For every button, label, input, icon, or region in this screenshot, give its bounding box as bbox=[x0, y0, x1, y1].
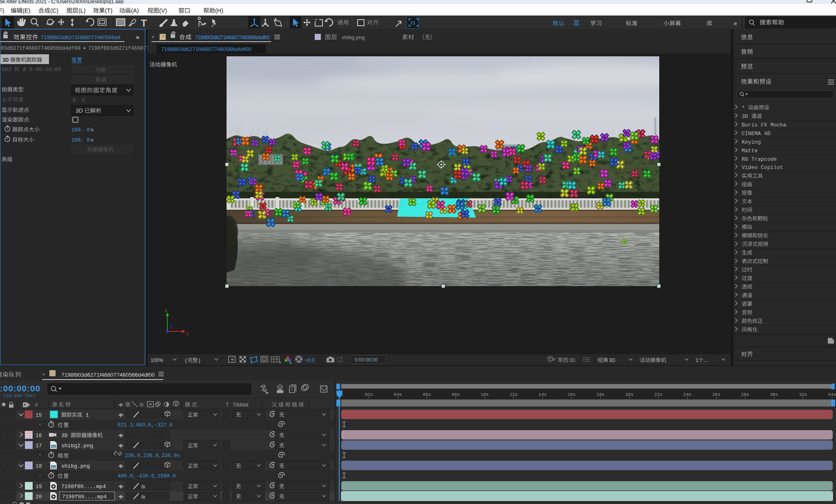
svg-text:Adobe After Effects 2021 - C:\: Adobe After Effects 2021 - C:\Users\2400… bbox=[0, 0, 124, 4]
svg-text:(E): (E) bbox=[22, 7, 30, 14]
svg-text:shibg2.png: shibg2.png bbox=[61, 443, 93, 449]
svg-text:×: × bbox=[151, 34, 155, 40]
svg-text:621.3,463.6,-327.6: 621.3,463.6,-327.6 bbox=[118, 422, 173, 428]
svg-text:(F): (F) bbox=[0, 7, 4, 14]
svg-text:18s: 18s bbox=[596, 392, 605, 397]
svg-text:19: 19 bbox=[36, 484, 42, 490]
svg-text:7198f803d6271f468077460566d4df: 7198f803d6271f468077460566d4df00 bbox=[161, 46, 251, 52]
svg-text:7198f80....mp4: 7198f80....mp4 bbox=[61, 484, 106, 490]
svg-text:0:00:00:00: 0:00:00:00 bbox=[0, 384, 40, 393]
svg-text:1: 1 bbox=[82, 412, 89, 418]
svg-text:10s: 10s bbox=[481, 392, 489, 397]
svg-text:TrkMat: TrkMat bbox=[233, 402, 249, 408]
svg-text:(C): (C) bbox=[50, 7, 58, 14]
svg-text:fx: fx bbox=[141, 494, 146, 500]
svg-text:3D: 3D bbox=[742, 113, 751, 120]
svg-text:+0.0: +0.0 bbox=[305, 357, 315, 363]
svg-text:7198f803d6271f468077460566d4: 7198f803d6271f468077460566d4 bbox=[41, 34, 120, 40]
svg-text:(V): (V) bbox=[159, 7, 167, 14]
svg-text:0. 0: 0. 0 bbox=[73, 98, 85, 103]
svg-text:(19.990 fps): (19.990 fps) bbox=[3, 393, 36, 398]
svg-text:100. 0: 100. 0 bbox=[71, 138, 90, 143]
svg-text:12s: 12s bbox=[509, 392, 518, 397]
svg-text:0:00:00:00: 0:00:00:00 bbox=[355, 357, 378, 363]
svg-text:7198f803d6271f468077460566d4df: 7198f803d6271f468077460566d4df00 bbox=[61, 372, 155, 378]
svg-text:3D: 3D bbox=[569, 357, 576, 363]
svg-text:28s: 28s bbox=[741, 392, 749, 397]
svg-text:100. 0: 100. 0 bbox=[71, 127, 90, 133]
svg-text:T: T bbox=[141, 18, 147, 29]
svg-text:22s: 22s bbox=[654, 392, 663, 397]
svg-text:): ) bbox=[198, 358, 201, 364]
svg-text:X: X bbox=[186, 332, 189, 337]
svg-text:»: » bbox=[734, 20, 737, 27]
svg-text:683: 683 bbox=[2, 67, 14, 73]
svg-text:3D: 3D bbox=[609, 357, 616, 363]
svg-text:Y: Y bbox=[165, 309, 167, 314]
svg-text:7198f80....mp4: 7198f80....mp4 bbox=[62, 494, 107, 500]
svg-text:3D: 3D bbox=[76, 107, 84, 114]
svg-text:×: × bbox=[42, 371, 45, 377]
svg-text:18: 18 bbox=[36, 463, 42, 469]
svg-text:T: T bbox=[226, 402, 229, 408]
svg-text:3D: 3D bbox=[2, 57, 9, 63]
svg-text:04s: 04s bbox=[394, 392, 402, 397]
svg-text:16: 16 bbox=[36, 433, 42, 439]
svg-text:(H): (H) bbox=[215, 7, 223, 14]
svg-text:(L): (L) bbox=[78, 7, 86, 14]
svg-text:*: * bbox=[742, 105, 748, 111]
svg-text:Video Copilot: Video Copilot bbox=[742, 164, 783, 171]
svg-text:08s: 08s bbox=[452, 392, 460, 397]
svg-text:15: 15 bbox=[36, 412, 42, 418]
svg-text:»: » bbox=[136, 33, 139, 40]
svg-text:shibg.png: shibg.png bbox=[61, 463, 90, 469]
svg-text:400.0,-436.0,1500.0: 400.0,-436.0,1500.0 bbox=[118, 473, 176, 479]
svg-text:100%: 100% bbox=[151, 357, 163, 363]
svg-text:RG Trapcode: RG Trapcode bbox=[742, 156, 777, 162]
svg-text:(: ( bbox=[185, 358, 188, 364]
svg-text:fx: fx bbox=[141, 484, 146, 490]
svg-text:@ 0:00:00:00: @ 0:00:00:00 bbox=[20, 67, 61, 73]
svg-text:shibg.png: shibg.png bbox=[342, 34, 365, 40]
svg-text:%: % bbox=[178, 453, 180, 458]
svg-text:24s: 24s bbox=[683, 392, 691, 397]
svg-text:%: % bbox=[91, 138, 93, 143]
svg-text:32s: 32s bbox=[799, 392, 807, 397]
svg-text:(T): (T) bbox=[105, 7, 113, 14]
svg-text:#: # bbox=[35, 402, 38, 408]
svg-text:16s: 16s bbox=[567, 392, 576, 397]
svg-text:fx: fx bbox=[140, 402, 144, 408]
svg-text:20s: 20s bbox=[625, 392, 634, 397]
svg-text:236.0,236.0,236.0: 236.0,236.0,236.0 bbox=[125, 453, 177, 459]
svg-text:14s: 14s bbox=[538, 392, 547, 397]
svg-text:06s: 06s bbox=[423, 392, 431, 397]
svg-text:1: 1 bbox=[696, 357, 698, 363]
svg-text:17: 17 bbox=[36, 443, 42, 449]
svg-text:%: % bbox=[91, 128, 93, 133]
svg-text:20: 20 bbox=[36, 494, 42, 500]
svg-text:Keying: Keying bbox=[742, 139, 761, 145]
svg-text:Z: Z bbox=[170, 325, 172, 330]
svg-text:CINEMA 4D: CINEMA 4D bbox=[742, 131, 770, 137]
svg-text:34s: 34s bbox=[828, 392, 836, 397]
svg-text:03d6271f468077460566d4df00: 03d6271f468077460566d4df00 bbox=[1, 46, 80, 51]
svg-text:...: ... bbox=[703, 357, 707, 363]
svg-text:Boris FX Mocha: Boris FX Mocha bbox=[742, 122, 786, 128]
svg-text:7198f803d6271f468077460566d4df: 7198f803d6271f468077460566d4df00 bbox=[195, 35, 270, 40]
svg-text:(A): (A) bbox=[131, 7, 139, 14]
svg-text:Matte: Matte bbox=[742, 148, 758, 154]
svg-text:3D: 3D bbox=[61, 433, 71, 439]
svg-text:30s: 30s bbox=[770, 392, 778, 397]
svg-text:02s: 02s bbox=[365, 392, 373, 397]
svg-text:26s: 26s bbox=[712, 392, 720, 397]
